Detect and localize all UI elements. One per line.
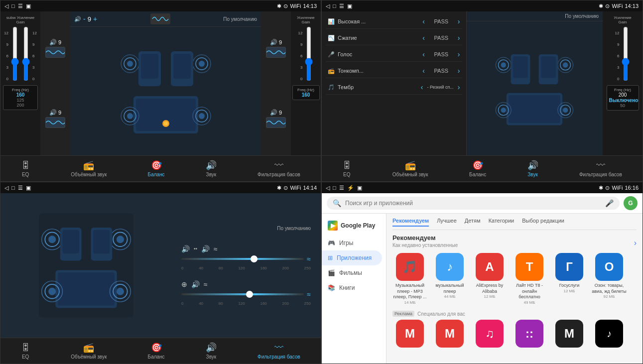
nav-eq-q1[interactable]: 🎛 EQ (21, 160, 30, 177)
app-card-3[interactable]: T Лайт HD T8 - онлайн бесплатно 49 МБ (512, 253, 547, 305)
search-container[interactable]: 🔍 🎤 (327, 197, 620, 210)
sidebar-item-apps[interactable]: ⊞ Приложения (322, 250, 382, 265)
back-icon-q2[interactable]: ◁ (326, 3, 330, 9)
chevron-right-1[interactable]: › (458, 34, 460, 42)
eq-icon-q3: 🎛 (21, 343, 30, 353)
wifi-icon-q2: WiFi (612, 3, 623, 9)
nav-sound-q2[interactable]: 🔊 Звук (527, 160, 538, 177)
window-icon-q3[interactable]: □ (11, 185, 15, 191)
chevron-left-1[interactable]: ‹ (422, 34, 425, 42)
menu-icon-q2[interactable]: ☰ (339, 3, 344, 9)
nav-sound-q3[interactable]: 🔊 Звук (206, 342, 217, 360)
ad-card-5[interactable]: ♪ (592, 320, 627, 350)
gplay-body: ▶ Google Play 🎮 Игры ⊞ Приложения 🎬 Филь… (322, 214, 643, 364)
gplay-search-bar: 🔍 🎤 G (322, 193, 643, 214)
default-button-q3[interactable]: По умолчанию (277, 226, 311, 231)
gplay-main-content: Рекомендуем Лучшее Детям Категории Выбор… (386, 214, 643, 364)
chevron-left-3[interactable]: ‹ (422, 67, 425, 75)
nav-bass-q2[interactable]: 〰 Фильтрация басов (579, 160, 622, 177)
section-title-text: Рекомендуем (392, 234, 458, 242)
ad-icon-1: М (436, 320, 464, 348)
status-bar-right-q4: ✱ ⊙ WiFi 16:16 (599, 185, 639, 191)
chevron-left-2[interactable]: ‹ (422, 50, 425, 58)
menu-icon-q3[interactable]: ☰ (18, 185, 23, 191)
compress-icon: 📉 (328, 35, 335, 41)
balance-slider-1[interactable] (181, 258, 304, 260)
wifi-icon-q4: WiFi (612, 185, 623, 191)
gain-slider-q2[interactable] (621, 26, 630, 81)
timbre-icon: 🎵 (328, 84, 335, 91)
app-size-3: 49 МБ (523, 300, 535, 305)
chevron-right-4[interactable]: › (458, 83, 460, 91)
nav-sound-q1[interactable]: 🔊 Звук (206, 160, 217, 177)
back-icon[interactable]: ◁ (4, 3, 8, 9)
gain-slider-right[interactable] (304, 26, 313, 81)
nav-eq-q3[interactable]: 🎛 EQ (21, 343, 30, 360)
gain-slider-2[interactable] (21, 26, 30, 81)
chevron-right-0[interactable]: › (458, 17, 460, 25)
nav-balance-q2[interactable]: 🎯 Баланс (469, 160, 486, 177)
svg-point-27 (563, 62, 568, 67)
app-card-1[interactable]: ♪ музыкальный плеер 44 МБ (432, 253, 467, 305)
speaker-wave-rl (45, 117, 65, 128)
minus-btn[interactable]: - (83, 15, 86, 23)
balance-sliders-panel: По умолчанию 🔊 •• 🔊 ≈ ≈ 0 40 80 (171, 193, 321, 338)
nav-balance-q1[interactable]: 🎯 Баланс (148, 160, 165, 177)
app-card-4[interactable]: Г Госуслуги 12 МБ (552, 253, 587, 305)
ad-card-2[interactable]: ♫ (472, 320, 507, 350)
ad-badge: Реклама (392, 311, 414, 317)
menu-icon[interactable]: ☰ (18, 3, 23, 9)
ad-card-3[interactable]: :: (512, 320, 547, 350)
tab-top[interactable]: Лучшее (437, 218, 457, 227)
window-icon[interactable]: □ (11, 3, 15, 9)
app-card-0[interactable]: 🎵 Музыкальный плеер - MP3 плеер, Плеер .… (392, 253, 427, 305)
plus-btn[interactable]: + (93, 15, 97, 23)
chevron-left-0[interactable]: ‹ (422, 17, 425, 25)
nav-surround-q1[interactable]: 📻 Объёмный звук (71, 160, 107, 177)
nav-bass-q1[interactable]: 〰 Фильтрация басов (257, 160, 300, 177)
gain-slider-1[interactable] (10, 26, 19, 81)
nav-eq-q2[interactable]: 🎛 EQ (342, 160, 351, 177)
balance-slider-2[interactable] (181, 293, 304, 295)
default-button-q2[interactable]: По умолчанию (565, 13, 599, 19)
setting-controls-4: ‹ - Резкий сп... › (421, 83, 460, 91)
window-icon-q4[interactable]: □ (333, 185, 336, 191)
tab-kids[interactable]: Детям (465, 218, 481, 227)
tab-editors[interactable]: Выбор редакции (522, 218, 564, 227)
nav-surround-q2[interactable]: 📻 Объёмный звук (392, 160, 428, 177)
freq-box-left: Freq (Hz) 160 125 200 (3, 85, 38, 110)
bass-icon: 〰 (274, 160, 283, 171)
back-icon-q3[interactable]: ◁ (4, 185, 8, 191)
chevron-right-3[interactable]: › (458, 67, 460, 75)
sidebar-item-movies[interactable]: 🎬 Фильмы (322, 265, 386, 280)
nav-bass-q3[interactable]: 〰 Фильтрация басов (257, 343, 300, 360)
back-icon-q4[interactable]: ◁ (326, 185, 330, 191)
ad-card-1[interactable]: М (432, 320, 467, 350)
nav-balance-q3[interactable]: 🎯 Баланс (148, 342, 165, 360)
app-name-0: Музыкальный плеер - MP3 плеер, Плеер ... (392, 283, 427, 300)
balance-car-svg (39, 213, 133, 318)
chevron-left-4[interactable]: ‹ (421, 83, 423, 91)
window-icon-q2[interactable]: □ (333, 3, 336, 9)
tab-categories[interactable]: Категории (489, 218, 514, 227)
tab-recommended[interactable]: Рекомендуем (392, 218, 429, 227)
search-input[interactable] (345, 200, 601, 207)
slider-2-labels: ⊕ 🔊 ≈ (181, 280, 311, 288)
ad-card-4[interactable]: M (552, 320, 587, 350)
sidebar-item-books[interactable]: 📚 Книги (322, 280, 386, 295)
nav-surround-q3[interactable]: 📻 Объёмный звук (71, 342, 107, 360)
default-button-q1[interactable]: По умолчанию (223, 16, 257, 22)
sound-icon-q2: 🔊 (527, 160, 538, 171)
arrow-right-icon[interactable]: › (634, 239, 637, 247)
sidebar-item-games[interactable]: 🎮 Игры (322, 236, 386, 250)
ad-card-0[interactable]: М (392, 320, 427, 350)
nav-label-bass: Фильтрация басов (257, 172, 300, 177)
car-diagram (70, 27, 261, 155)
mic-icon[interactable]: 🎤 (605, 199, 614, 207)
app-card-5[interactable]: O Озон: товары, авиа, жд билеты 92 МБ (592, 253, 627, 305)
app-card-2[interactable]: A AliExpress by Alibaba 12 МБ (472, 253, 507, 305)
menu-icon-q4[interactable]: ☰ (339, 185, 344, 191)
chevron-right-2[interactable]: › (458, 50, 460, 58)
wave-display (150, 13, 170, 24)
setting-value-0: PASS (429, 18, 454, 24)
